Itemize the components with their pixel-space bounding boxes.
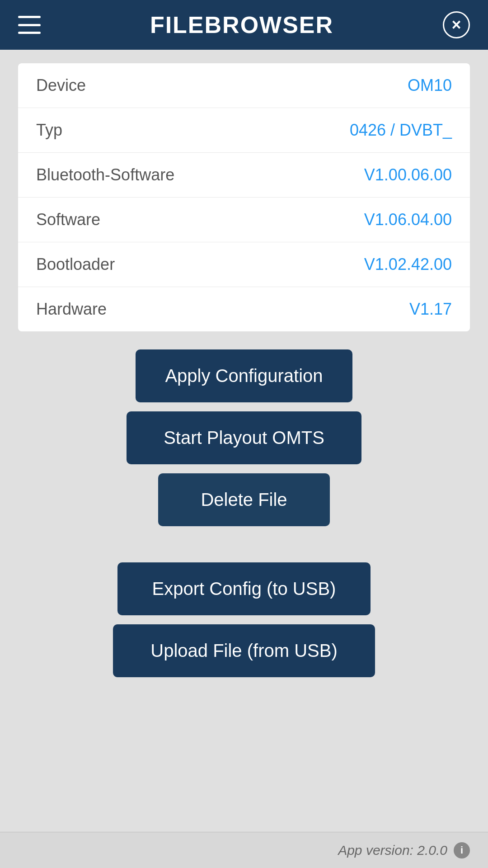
bluetooth-software-label: Bluetooth-Software — [36, 165, 174, 184]
device-row: Device OM10 — [18, 63, 470, 108]
apply-configuration-button[interactable]: Apply Configuration — [136, 349, 352, 402]
hardware-row: Hardware V1.17 — [18, 287, 470, 331]
page-title: FILEBROWSER — [150, 11, 333, 38]
device-value: OM10 — [408, 76, 452, 95]
close-button[interactable]: × — [443, 11, 470, 38]
bootloader-label: Bootloader — [36, 255, 115, 274]
top-buttons-group: Apply Configuration Start Playout OMTS D… — [18, 349, 470, 535]
export-config-button[interactable]: Export Config (to USB) — [117, 562, 371, 615]
app-version-label: App version: 2.0.0 — [338, 843, 447, 858]
menu-icon[interactable] — [18, 16, 41, 34]
app-header: FILEBROWSER × — [0, 0, 488, 50]
delete-file-button[interactable]: Delete File — [158, 473, 330, 526]
device-info-card: Device OM10 Typ 0426 / DVBT_ Bluetooth-S… — [18, 63, 470, 331]
hardware-label: Hardware — [36, 300, 107, 319]
typ-label: Typ — [36, 121, 62, 140]
software-row: Software V1.06.04.00 — [18, 198, 470, 242]
device-label: Device — [36, 76, 86, 95]
start-playout-button[interactable]: Start Playout OMTS — [127, 411, 361, 464]
software-value: V1.06.04.00 — [364, 210, 452, 229]
info-icon[interactable]: i — [454, 842, 470, 859]
app-footer: App version: 2.0.0 i — [0, 832, 488, 868]
main-content: Device OM10 Typ 0426 / DVBT_ Bluetooth-S… — [0, 50, 488, 832]
bootloader-row: Bootloader V1.02.42.00 — [18, 242, 470, 287]
bluetooth-software-value: V1.00.06.00 — [364, 165, 452, 184]
software-label: Software — [36, 210, 100, 229]
typ-value: 0426 / DVBT_ — [350, 121, 452, 140]
close-icon: × — [451, 15, 461, 34]
bottom-buttons-group: Export Config (to USB) Upload File (from… — [18, 562, 470, 686]
upload-file-button[interactable]: Upload File (from USB) — [113, 624, 375, 677]
bluetooth-software-row: Bluetooth-Software V1.00.06.00 — [18, 153, 470, 198]
bootloader-value: V1.02.42.00 — [364, 255, 452, 274]
typ-row: Typ 0426 / DVBT_ — [18, 108, 470, 153]
hardware-value: V1.17 — [409, 300, 452, 319]
